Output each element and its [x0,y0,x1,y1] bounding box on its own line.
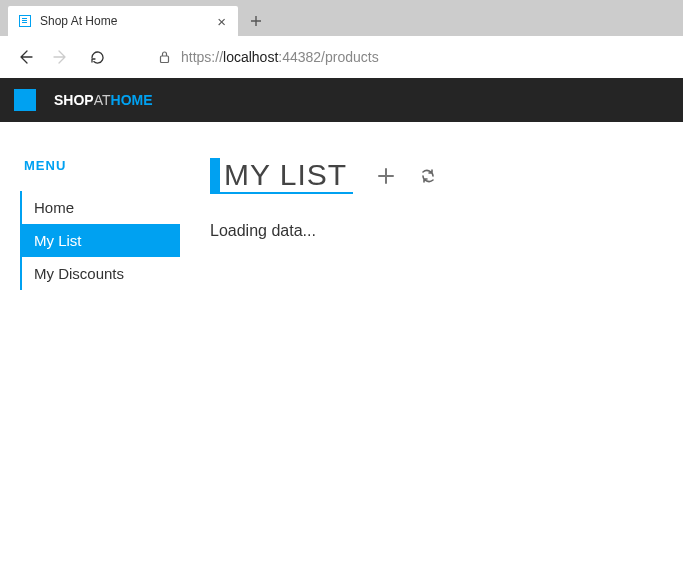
brand-word-3: HOME [111,92,153,108]
sidebar-item-my-list[interactable]: My List [22,224,180,257]
menu-list: Home My List My Discounts [20,191,180,290]
browser-toolbar: https://localhost:44382/products [0,36,683,78]
app-header: SHOPATHOME [0,78,683,122]
refresh-icon [89,49,106,66]
address-bar[interactable]: https://localhost:44382/products [148,42,673,72]
tab-strip: Shop At Home × [0,0,683,36]
menu-heading: MENU [20,158,180,173]
refresh-button[interactable] [82,42,112,72]
sidebar: MENU Home My List My Discounts [0,158,200,290]
page-title-block: MY LIST [210,158,353,194]
refresh-icon [419,167,437,185]
forward-button [46,42,76,72]
content-area: MENU Home My List My Discounts MY LIST L… [0,122,683,290]
close-icon[interactable]: × [215,13,228,30]
brand-word-2: AT [94,92,111,108]
tab-title: Shop At Home [40,14,215,28]
new-tab-button[interactable] [242,6,270,36]
brand-title: SHOPATHOME [54,92,153,108]
arrow-right-icon [52,48,70,66]
sidebar-item-home[interactable]: Home [22,191,180,224]
browser-tab[interactable]: Shop At Home × [8,6,238,36]
back-button[interactable] [10,42,40,72]
url-host: localhost [223,49,278,65]
url-text: https://localhost:44382/products [181,49,379,65]
loading-text: Loading data... [210,222,673,240]
favicon-icon [18,14,32,28]
page-title-row: MY LIST [210,158,673,194]
plus-icon [250,15,262,27]
refresh-list-button[interactable] [419,167,437,185]
sidebar-item-my-discounts[interactable]: My Discounts [22,257,180,290]
logo-icon [14,89,36,111]
main-panel: MY LIST Loading data... [200,158,683,290]
arrow-left-icon [16,48,34,66]
browser-chrome: Shop At Home × https://localhost:44382/p… [0,0,683,78]
svg-rect-0 [161,56,169,63]
brand-word-1: SHOP [54,92,94,108]
lock-icon [158,50,171,64]
title-accent-bar [210,158,220,192]
plus-icon [377,167,395,185]
url-path: :44382/products [278,49,378,65]
add-button[interactable] [377,167,395,185]
page-title: MY LIST [220,158,353,192]
url-scheme: https:// [181,49,223,65]
